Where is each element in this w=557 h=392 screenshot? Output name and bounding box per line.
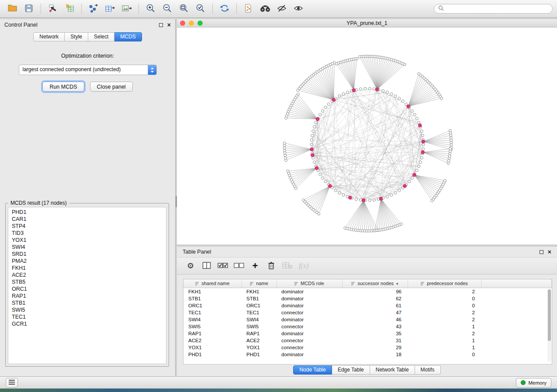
mcds-result-item[interactable]: SRD1: [12, 251, 166, 258]
mcds-result-item[interactable]: STP4: [12, 223, 166, 230]
table-tab-edge-table[interactable]: Edge Table: [332, 365, 370, 375]
table-row[interactable]: STB1STB1dominator620: [183, 295, 552, 302]
export-image-button[interactable]: [119, 2, 135, 16]
table-tab-node-table[interactable]: Node Table: [293, 365, 332, 375]
window-close-icon[interactable]: [180, 21, 185, 26]
mcds-result-item[interactable]: ORC1: [12, 285, 166, 292]
mcds-result-item[interactable]: FKH1: [12, 265, 166, 272]
deselect-all-button[interactable]: [232, 259, 246, 272]
table-cell: 96: [342, 288, 408, 296]
optimization-criterion-select[interactable]: largest connected component (undirected): [19, 65, 157, 75]
mcds-result-item[interactable]: SWI5: [12, 306, 166, 313]
table-row[interactable]: TEC1TEC1connector472: [183, 309, 552, 316]
show-style-button[interactable]: [291, 2, 306, 16]
tab-network[interactable]: Network: [33, 32, 65, 41]
list-icon: [9, 379, 15, 386]
mcds-result-item[interactable]: PMA2: [12, 258, 166, 265]
tab-select[interactable]: Select: [88, 32, 114, 41]
mcds-result-item[interactable]: PHD1: [12, 209, 166, 216]
table-row[interactable]: SWI4SWI4dominator462: [183, 316, 552, 323]
delete-table-button[interactable]: [281, 259, 294, 272]
network-canvas[interactable]: [177, 28, 557, 245]
table-tab-motifs[interactable]: Motifs: [415, 365, 441, 375]
zoom-selected-button[interactable]: [193, 2, 208, 16]
delete-column-button[interactable]: [265, 259, 278, 272]
refresh-button[interactable]: [217, 2, 232, 16]
add-column-button[interactable]: +: [249, 259, 262, 272]
table-panel-close-icon[interactable]: ×: [548, 249, 551, 255]
function-builder-button[interactable]: f(x): [297, 259, 310, 272]
mcds-result-item[interactable]: SWI4: [12, 244, 166, 251]
column-header-mcds-role[interactable]: MCDS role: [277, 279, 342, 288]
columns-icon: [202, 261, 211, 271]
close-panel-button[interactable]: Close panel: [90, 82, 133, 92]
run-mcds-button[interactable]: Run MCDS: [42, 82, 84, 92]
mcds-result-item[interactable]: YOX1: [12, 237, 166, 244]
open-folder-button[interactable]: [4, 2, 20, 16]
memory-label: Memory: [528, 380, 547, 385]
import-file-button[interactable]: [45, 2, 61, 16]
plus-icon: +: [253, 261, 258, 271]
zoom-in-icon: [146, 3, 156, 14]
select-all-button[interactable]: [216, 259, 229, 272]
column-header-predecessor-nodes[interactable]: predecessor nodes: [408, 279, 481, 288]
import-network-button[interactable]: [86, 2, 101, 16]
zoom-fit-button[interactable]: [176, 2, 192, 16]
share-document-button[interactable]: [241, 2, 256, 16]
network-window-titlebar[interactable]: YPA_prune.txt_1: [177, 19, 557, 28]
table-cell: YOX1: [183, 344, 242, 351]
table-row[interactable]: PHD1PHD1dominator180: [183, 351, 552, 358]
mcds-result-item[interactable]: STB1: [12, 299, 166, 306]
table-row[interactable]: FKH1FKH1dominator962: [183, 288, 552, 296]
save-button[interactable]: [21, 2, 37, 16]
mcds-result-item[interactable]: RAP1: [12, 292, 166, 299]
zoom-out-button[interactable]: [159, 2, 175, 16]
window-minimize-icon[interactable]: [189, 21, 194, 26]
mcds-result-item[interactable]: GCR1: [12, 320, 166, 327]
mcds-result-item[interactable]: STB5: [12, 279, 166, 285]
table-row[interactable]: ACE2ACE2connector311: [183, 337, 552, 344]
column-header-shared-name[interactable]: shared name: [183, 279, 242, 288]
table-settings-button[interactable]: ⚙: [184, 259, 197, 272]
export-image-icon: [121, 4, 132, 14]
memory-button[interactable]: Memory: [516, 378, 551, 388]
desktop-wallpaper-strip: [0, 389, 557, 392]
show-columns-button[interactable]: [200, 259, 213, 272]
scrollbar-thumb[interactable]: [548, 289, 551, 341]
toolbar-separator: [236, 3, 237, 14]
window-zoom-icon[interactable]: [197, 21, 203, 26]
column-header-name[interactable]: name: [242, 279, 277, 288]
table-row[interactable]: RAP1RAP1dominator352: [183, 330, 552, 337]
binoculars-button[interactable]: [257, 2, 273, 16]
column-header-successor-nodes[interactable]: successor nodes▾: [342, 279, 408, 288]
mcds-result-item[interactable]: TID3: [12, 230, 166, 237]
mcds-result-item[interactable]: TEC1: [12, 313, 166, 320]
table-row[interactable]: SWI5SWI5connector431: [183, 323, 552, 330]
share-document-icon: [244, 3, 253, 14]
search-input[interactable]: [446, 5, 548, 12]
table-row[interactable]: YOX1YOX1connector291: [183, 344, 552, 351]
table-cell: 2: [408, 288, 481, 296]
export-table-button[interactable]: [102, 2, 118, 16]
table-panel-float-icon[interactable]: [540, 250, 543, 254]
hide-style-icon: [277, 4, 287, 14]
import-file-icon: [48, 4, 58, 14]
table-tabs: Node TableEdge TableNetwork TableMotifs: [177, 365, 557, 375]
show-panels-button[interactable]: [6, 378, 18, 388]
tab-mcds[interactable]: MCDS: [114, 32, 142, 41]
table-scrollbar[interactable]: [547, 289, 551, 362]
import-table-button[interactable]: [62, 2, 77, 16]
table-tab-network-table[interactable]: Network Table: [370, 365, 415, 375]
zoom-in-button[interactable]: [143, 2, 159, 16]
table-row[interactable]: ORC1ORC1dominator610: [183, 302, 552, 309]
control-panel-float-icon[interactable]: [159, 23, 163, 27]
control-panel-close-icon[interactable]: ×: [167, 22, 171, 28]
hide-style-button[interactable]: [274, 2, 290, 16]
mcds-result-list[interactable]: PHD1CAR1STP4TID3YOX1SWI4SRD1PMA2FKH1ACE2…: [8, 207, 166, 364]
mcds-result-item[interactable]: CAR1: [12, 216, 166, 223]
table-cell: dominator: [277, 330, 342, 337]
table-cell: 47: [342, 309, 408, 316]
application-window: Control Panel × NetworkStyleSelectMCDS O…: [0, 0, 557, 392]
tab-style[interactable]: Style: [65, 32, 88, 41]
mcds-result-item[interactable]: ACE2: [12, 272, 166, 279]
